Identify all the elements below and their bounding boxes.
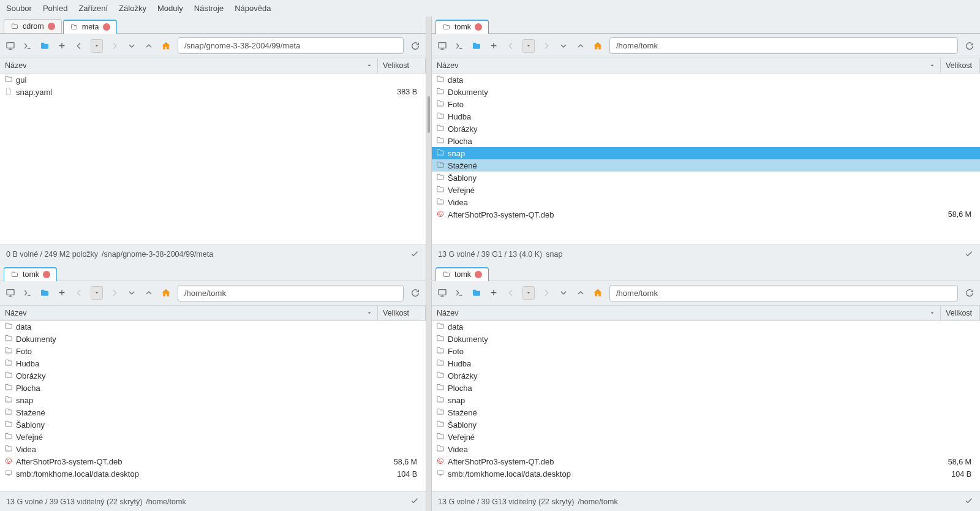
list-item[interactable]: Hudba xyxy=(432,110,980,123)
list-item[interactable]: data xyxy=(432,321,980,333)
list-item[interactable]: Šablony xyxy=(432,419,980,431)
list-item[interactable]: smb:/tomkhome.local/data.desktop 104 B xyxy=(432,468,980,480)
list-item[interactable]: snap xyxy=(0,395,426,407)
open-folder-icon[interactable] xyxy=(39,287,50,298)
home-button[interactable] xyxy=(592,287,603,298)
tab-tomk[interactable]: tomk xyxy=(435,20,489,34)
back-button[interactable] xyxy=(505,287,516,298)
menu-moduly[interactable]: Moduly xyxy=(157,4,183,13)
list-item[interactable]: Dokumenty xyxy=(432,86,980,98)
tab-cdrom[interactable]: cdrom xyxy=(4,19,62,33)
list-item[interactable]: Stažené xyxy=(0,407,426,419)
file-list[interactable]: data Dokumenty Foto Hudba Obrázky Plocha… xyxy=(432,321,980,492)
list-item[interactable]: Foto xyxy=(432,98,980,110)
menu-nástroje[interactable]: Nástroje xyxy=(194,4,224,13)
terminal-icon[interactable] xyxy=(22,40,33,51)
open-folder-icon[interactable] xyxy=(471,40,482,51)
refresh-button[interactable] xyxy=(964,287,975,298)
list-item[interactable]: Plocha xyxy=(0,382,426,395)
up-button[interactable] xyxy=(575,40,586,51)
column-size[interactable]: Velikost xyxy=(378,58,426,73)
list-item[interactable]: smb:/tomkhome.local/data.desktop 104 B xyxy=(0,468,426,480)
list-item[interactable]: snap xyxy=(432,147,980,159)
path-input[interactable] xyxy=(609,37,958,54)
path-input[interactable] xyxy=(609,285,958,301)
list-item[interactable]: Videa xyxy=(432,444,980,456)
new-tab-button[interactable]: + xyxy=(56,287,67,298)
list-item[interactable]: Stažené xyxy=(432,159,980,172)
list-item[interactable]: Veřejné xyxy=(0,431,426,444)
path-input[interactable] xyxy=(178,285,404,301)
list-item[interactable]: Videa xyxy=(0,444,426,456)
list-item[interactable]: gui xyxy=(0,74,426,86)
list-item[interactable]: Foto xyxy=(0,346,426,358)
new-tab-button[interactable]: + xyxy=(488,40,499,51)
terminal-icon[interactable] xyxy=(454,40,465,51)
tab-tomk[interactable]: tomk xyxy=(4,267,57,281)
close-icon[interactable] xyxy=(475,23,482,31)
forward-history-dropdown[interactable] xyxy=(558,287,569,298)
home-button[interactable] xyxy=(592,40,603,51)
list-item[interactable]: Veřejné xyxy=(432,431,980,444)
back-history-dropdown[interactable] xyxy=(522,286,535,300)
file-list[interactable]: data Dokumenty Foto Hudba Obrázky Plocha… xyxy=(432,74,980,244)
device-icon[interactable] xyxy=(437,287,448,298)
back-button[interactable] xyxy=(74,287,85,298)
refresh-button[interactable] xyxy=(410,40,421,51)
column-size[interactable]: Velikost xyxy=(941,306,980,320)
up-button[interactable] xyxy=(575,287,586,298)
home-button[interactable] xyxy=(160,40,172,51)
tab-tomk[interactable]: tomk xyxy=(435,267,489,281)
list-item[interactable]: AfterShotPro3-system-QT.deb 58,6 M xyxy=(0,456,426,468)
open-folder-icon[interactable] xyxy=(39,40,50,51)
device-icon[interactable] xyxy=(5,40,16,51)
list-item[interactable]: Šablony xyxy=(0,419,426,431)
file-list[interactable]: gui snap.yaml 383 B xyxy=(0,74,426,244)
open-folder-icon[interactable] xyxy=(471,287,482,298)
list-item[interactable]: Hudba xyxy=(432,358,980,370)
column-name[interactable]: Název xyxy=(0,58,378,73)
terminal-icon[interactable] xyxy=(454,287,465,298)
menu-zařízení[interactable]: Zařízení xyxy=(78,4,108,13)
close-icon[interactable] xyxy=(475,271,482,278)
back-history-dropdown[interactable] xyxy=(522,39,535,53)
refresh-button[interactable] xyxy=(410,287,421,298)
list-item[interactable]: data xyxy=(0,321,426,333)
back-history-dropdown[interactable] xyxy=(91,286,103,300)
back-button[interactable] xyxy=(74,40,85,51)
refresh-button[interactable] xyxy=(964,40,975,51)
column-name[interactable]: Název xyxy=(432,58,941,73)
menu-záložky[interactable]: Záložky xyxy=(119,4,146,13)
forward-history-dropdown[interactable] xyxy=(558,40,569,51)
list-item[interactable]: Stažené xyxy=(432,407,980,419)
column-size[interactable]: Velikost xyxy=(378,306,426,320)
vertical-splitter[interactable] xyxy=(426,17,432,511)
forward-button[interactable] xyxy=(109,287,120,298)
list-item[interactable]: Foto xyxy=(432,346,980,358)
list-item[interactable]: snap xyxy=(432,395,980,407)
list-item[interactable]: Obrázky xyxy=(432,123,980,135)
list-item[interactable]: Dokumenty xyxy=(432,333,980,346)
up-button[interactable] xyxy=(143,287,154,298)
terminal-icon[interactable] xyxy=(22,287,33,298)
column-name[interactable]: Název xyxy=(432,306,941,320)
path-input[interactable] xyxy=(178,37,404,54)
menubar[interactable]: SouborPohledZařízeníZáložkyModulyNástroj… xyxy=(0,0,980,17)
device-icon[interactable] xyxy=(437,40,448,51)
list-item[interactable]: Plocha xyxy=(432,135,980,147)
list-item[interactable]: Plocha xyxy=(432,382,980,395)
list-item[interactable]: AfterShotPro3-system-QT.deb 58,6 M xyxy=(432,208,980,221)
new-tab-button[interactable]: + xyxy=(488,287,499,298)
list-item[interactable]: Hudba xyxy=(0,358,426,370)
menu-pohled[interactable]: Pohled xyxy=(43,4,67,13)
close-icon[interactable] xyxy=(103,23,110,31)
device-icon[interactable] xyxy=(5,287,16,298)
home-button[interactable] xyxy=(160,287,172,298)
forward-button[interactable] xyxy=(541,40,552,51)
up-button[interactable] xyxy=(143,40,154,51)
menu-nápověda[interactable]: Nápověda xyxy=(235,4,271,13)
back-history-dropdown[interactable] xyxy=(91,39,103,53)
list-item[interactable]: snap.yaml 383 B xyxy=(0,86,426,98)
list-item[interactable]: Veřejné xyxy=(432,184,980,196)
list-item[interactable]: Videa xyxy=(432,196,980,208)
